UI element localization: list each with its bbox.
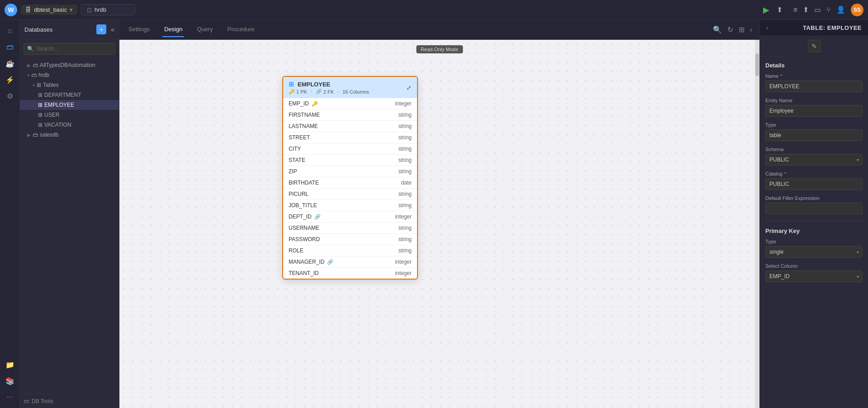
table-rows: EMP_ID🔑integerFIRSTNAMEstringLASTNAMEstr… [283, 98, 417, 279]
column-type: string [398, 123, 412, 129]
pk-type-select[interactable]: single composite none [765, 246, 863, 258]
add-database-button[interactable]: + [96, 24, 106, 34]
collapse-icon[interactable]: « [111, 26, 114, 33]
git-icon[interactable]: ⑂ [826, 6, 831, 14]
table-row[interactable]: DEPT_ID🔗integer [283, 211, 417, 223]
name-input[interactable] [765, 81, 863, 92]
canvas-scrollbar[interactable] [755, 40, 759, 408]
readonly-badge[interactable]: Read-Only Mode [416, 45, 463, 53]
refresh-tab-icon[interactable]: ↻ [727, 25, 733, 34]
default-filter-input[interactable] [765, 203, 863, 214]
sidebar-icon-folder[interactable]: 📁 [3, 357, 17, 372]
table-row[interactable]: FIRSTNAMEstring [283, 109, 417, 121]
tab-query[interactable]: Query [195, 22, 214, 37]
table-row[interactable]: BIRTHDATEdate [283, 177, 417, 189]
required-mark: * [780, 73, 782, 79]
tree-item-salesdb[interactable]: ▶ 🗃 salesdb [20, 130, 119, 140]
table-icon: ⊞ [38, 112, 43, 118]
fk-icon: 🔗 [314, 214, 321, 220]
table-row[interactable]: JOB_TITLEstring [283, 200, 417, 211]
search-tab-icon[interactable]: 🔍 [713, 25, 722, 34]
tree-item-department[interactable]: ⊞ DEPARTMENT [20, 90, 119, 100]
details-title: Details [765, 62, 863, 69]
expand-tab-icon[interactable]: › [750, 26, 752, 34]
table-row[interactable]: USERNAMEstring [283, 223, 417, 234]
select-column-label: Select Column [765, 263, 863, 269]
avatar[interactable]: SS [851, 4, 863, 16]
tree-item-tables[interactable]: ▾ ⊞ Tables [20, 80, 119, 90]
sidebar-icon-settings[interactable]: ⚙ [3, 89, 17, 103]
table-row[interactable]: TENANT_IDinteger [283, 268, 417, 279]
table-row[interactable]: ROLEstring [283, 245, 417, 256]
sidebar-icon-flow[interactable]: ⚡ [3, 72, 17, 87]
right-panel-edit-row: ✎ [760, 36, 868, 57]
right-panel-expand[interactable]: ‹ [766, 24, 768, 31]
sidebar-icon-database[interactable]: 🗃 [3, 40, 17, 54]
design-canvas: Read-Only Mode ⊞ EMPLOYEE 🔑 1 PK [119, 40, 759, 408]
db-tools-button[interactable]: 🗃 DB Tools [20, 394, 119, 408]
play-button[interactable]: ▶ [763, 5, 769, 15]
divider [765, 221, 863, 221]
table-row[interactable]: EMP_ID🔑integer [283, 98, 417, 109]
tab-procedure[interactable]: Procedure [226, 22, 256, 37]
upload-icon[interactable]: ⬆ [777, 5, 783, 14]
table-expand-button[interactable]: ⤢ [406, 84, 412, 91]
table-row[interactable]: CITYstring [283, 143, 417, 155]
fk-count: 🔗 2 FK [316, 89, 334, 95]
sidebar-icon-api[interactable]: ☕ [3, 56, 17, 71]
column-name: MANAGER_ID🔗 [289, 259, 395, 265]
layout-tab-icon[interactable]: ⊞ [739, 25, 745, 34]
tree-item-label: USER [44, 112, 59, 118]
db-icon: 🗃 [33, 62, 38, 68]
tree-header: Databases + « [20, 20, 119, 39]
schema-select[interactable]: PUBLIC [765, 154, 863, 166]
table-icon: ⊞ [38, 102, 43, 108]
entity-name-input[interactable] [765, 105, 863, 117]
table-row[interactable]: STATEstring [283, 155, 417, 166]
hrdb-selector[interactable]: ◫ hrdb [81, 4, 135, 15]
catalog-input[interactable] [765, 178, 863, 190]
default-filter-label: Default Filter Expression [765, 195, 863, 201]
column-name: PICURL [289, 191, 398, 197]
column-name: ROLE [289, 247, 398, 254]
right-panel-header: ‹ TABLE: EMPLOYEE [760, 20, 868, 36]
share-icon[interactable]: ⬆ [803, 5, 809, 14]
tree-item-vacation[interactable]: ⊞ VACATION [20, 120, 119, 130]
table-row[interactable]: STREETstring [283, 132, 417, 143]
employee-table-card: ⊞ EMPLOYEE 🔑 1 PK · 🔗 2 FK [282, 76, 418, 280]
sidebar-icon-more[interactable]: ··· [3, 390, 17, 404]
type-input[interactable] [765, 129, 863, 141]
user-icon[interactable]: 👤 [836, 5, 845, 14]
name-field: Name * [765, 73, 863, 92]
column-type: date [401, 180, 412, 186]
table-row[interactable]: MANAGER_ID🔗integer [283, 256, 417, 268]
edit-button[interactable]: ✎ [808, 40, 821, 52]
tree-item-user[interactable]: ⊞ USER [20, 110, 119, 120]
column-name: TENANT_ID [289, 270, 395, 276]
right-panel-title: TABLE: EMPLOYEE [803, 24, 862, 31]
tab-design[interactable]: Design [162, 22, 184, 37]
tree-item-alltypes[interactable]: ▶ 🗃 AllTypesDBAutomation [20, 60, 119, 70]
search-input[interactable] [24, 43, 115, 55]
menu-icon[interactable]: ≡ [793, 6, 797, 14]
db-selector[interactable]: 🗄 dbtest_basic ▾ [21, 5, 77, 15]
table-row[interactable]: ZIPstring [283, 166, 417, 177]
app-logo[interactable]: W [5, 4, 17, 16]
tree-item-label: salesdb [40, 132, 58, 138]
tree-item-hrdb[interactable]: ▾ 🗃 hrdb [20, 70, 119, 80]
tree-item-employee[interactable]: ⊞ EMPLOYEE [20, 100, 119, 110]
table-row[interactable]: PASSWORDstring [283, 234, 417, 245]
monitor-icon[interactable]: ▭ [814, 5, 821, 14]
table-row[interactable]: PICURLstring [283, 189, 417, 200]
column-type: string [398, 247, 412, 254]
chevron-down-icon: ▾ [70, 6, 73, 13]
sidebar-icon-library[interactable]: 📚 [3, 374, 17, 388]
table-row[interactable]: LASTNAMEstring [283, 121, 417, 132]
tab-settings[interactable]: Settings [127, 22, 152, 37]
table-card-header: ⊞ EMPLOYEE 🔑 1 PK · 🔗 2 FK [283, 77, 417, 98]
tree-content: ▶ 🗃 AllTypesDBAutomation ▾ 🗃 hrdb ▾ ⊞ Ta… [20, 58, 119, 394]
column-type: string [398, 236, 412, 242]
column-name: CITY [289, 146, 398, 152]
select-column-select[interactable]: EMP_ID [765, 270, 863, 282]
sidebar-icon-home[interactable]: ⌂ [3, 24, 17, 38]
